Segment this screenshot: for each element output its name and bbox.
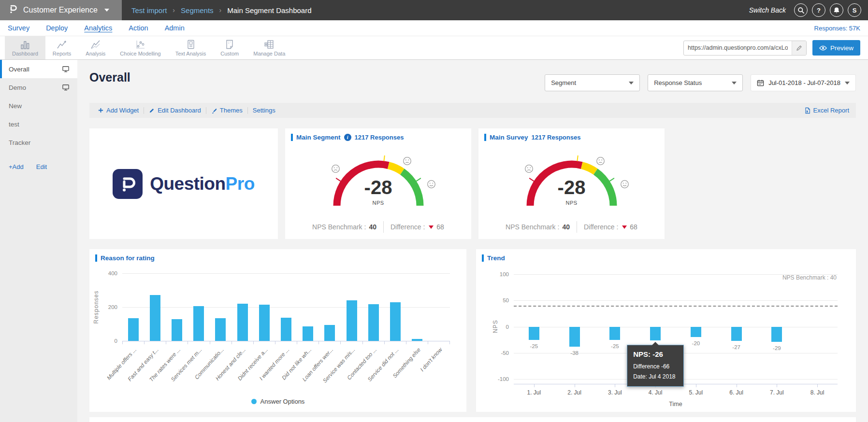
sidebar-item-test[interactable]: test <box>0 115 77 133</box>
nav-item-survey[interactable]: Survey <box>8 24 29 32</box>
axis-tick <box>275 341 297 344</box>
toolbar-right: Preview <box>683 36 868 59</box>
filters: Segment Response Status Jul-01-2018 - Ju… <box>545 74 856 91</box>
help-button[interactable]: ? <box>812 3 825 17</box>
legend-dot <box>251 399 257 404</box>
switch-back-link[interactable]: Switch Back <box>749 6 786 14</box>
x-axis-label: I don't know <box>420 347 444 372</box>
product-name: Customer Experience <box>23 6 98 14</box>
axis-tick <box>319 341 341 344</box>
add-widget-button[interactable]: Add Widget <box>93 107 144 114</box>
excel-report-button[interactable]: Excel Report <box>804 107 852 114</box>
product-switcher[interactable]: Customer Experience <box>0 0 122 20</box>
reason-bar[interactable] <box>237 304 248 341</box>
dashboard-url-input[interactable] <box>684 44 792 51</box>
widget-header: Reason for rating <box>89 249 466 267</box>
accent-bar <box>291 134 293 141</box>
response-status-select[interactable]: Response Status <box>648 74 743 91</box>
tooltip-arrow-icon <box>652 342 659 345</box>
nps-label: NPS <box>519 200 625 206</box>
nav-item-deploy[interactable]: Deploy <box>46 24 68 32</box>
edit-dashboard-button[interactable]: Edit Dashboard <box>144 107 206 114</box>
axis-tick <box>254 341 275 344</box>
toolbar-item-text-analysis[interactable]: Text Analysis <box>168 36 214 59</box>
sad-face-icon <box>524 164 534 175</box>
trend-bar[interactable] <box>650 327 661 340</box>
trend-bar[interactable] <box>771 327 782 342</box>
sidebar-item-new[interactable]: New <box>0 97 77 115</box>
breadcrumb-item[interactable]: Test import <box>131 6 167 14</box>
nps-gauge: -28 NPS <box>519 152 625 210</box>
reason-bar[interactable] <box>390 302 401 341</box>
reason-bar[interactable] <box>347 300 357 341</box>
reason-bar[interactable] <box>259 305 270 341</box>
trend-plot: NPS 100 50 0 -50 -100 NPS Benchmark : 40 <box>514 274 838 379</box>
benchmark-line <box>514 306 838 307</box>
difference-value: 68 <box>630 223 637 231</box>
sidebar-item-demo[interactable]: Demo <box>0 78 77 97</box>
reason-bar[interactable] <box>193 306 204 341</box>
toolbar-item-label: Reports <box>53 51 72 56</box>
reason-bar[interactable] <box>303 326 313 341</box>
search-button[interactable] <box>794 3 808 17</box>
reason-bar[interactable] <box>324 325 335 341</box>
info-glyph: i <box>347 135 348 140</box>
reason-bar[interactable] <box>172 319 182 341</box>
axis-tick <box>406 341 428 344</box>
preview-button[interactable]: Preview <box>812 40 860 56</box>
toolbar-item-reports[interactable]: Reports <box>45 36 79 59</box>
axis-tick <box>797 384 838 387</box>
trend-bar[interactable] <box>609 327 620 340</box>
sidebar-item-overall[interactable]: Overall <box>0 60 77 78</box>
settings-button[interactable]: Settings <box>248 107 280 114</box>
benchmark-value: 40 <box>369 223 376 231</box>
nav-item-action[interactable]: Action <box>129 24 148 32</box>
trend-bar[interactable] <box>529 327 539 340</box>
reason-bar[interactable] <box>150 295 160 341</box>
reason-bar[interactable] <box>215 318 226 341</box>
reports-icon <box>56 39 68 50</box>
breadcrumb-item[interactable]: Segments <box>181 6 214 14</box>
text-analysis-icon <box>185 39 197 50</box>
trend-bar[interactable] <box>691 327 701 338</box>
toolbar-item-choice-modelling[interactable]: Choice Modelling <box>113 36 168 59</box>
themes-button[interactable]: Themes <box>206 107 247 114</box>
avatar[interactable]: S <box>848 3 861 17</box>
reason-x-labels: Multiple offers ...Fast and easy t...The… <box>122 347 450 405</box>
y-axis-tick-label: 0 <box>115 338 117 344</box>
info-icon[interactable]: i <box>344 134 351 141</box>
bar-slot <box>122 273 144 341</box>
bar-slot <box>231 273 253 341</box>
reason-plot-bars <box>122 273 450 341</box>
edit-dashboards-link[interactable]: Edit <box>36 163 47 170</box>
reason-bar[interactable] <box>281 318 291 341</box>
sidebar-item-tracker[interactable]: Tracker <box>0 133 77 152</box>
toolbar-item-dashboard[interactable]: Dashboard <box>5 36 45 59</box>
toolbar-item-manage-data[interactable]: Manage Data <box>246 36 292 59</box>
edit-url-button[interactable] <box>792 41 806 55</box>
nav-item-admin[interactable]: Admin <box>165 24 185 32</box>
chart-legend: Answer Options <box>89 398 466 405</box>
trend-bar[interactable] <box>731 327 742 341</box>
y-axis-tick-label: -50 <box>501 350 509 356</box>
date-range-picker[interactable]: Jul-01-2018 - Jul-07-2018 <box>751 74 856 91</box>
nav-item-analytics[interactable]: Analytics <box>84 24 112 32</box>
axis-tick <box>385 341 406 344</box>
responses-count[interactable]: Responses: 57K <box>814 25 860 32</box>
segment-select[interactable]: Segment <box>545 74 640 91</box>
reason-bar[interactable] <box>128 318 139 341</box>
y-axis-tick-label: 0 <box>506 324 509 330</box>
reason-chart-plot: Responses 400 200 0 Multiple offers ...F… <box>122 273 450 341</box>
y-axis-tick-label: 100 <box>500 271 509 277</box>
add-dashboard-link[interactable]: +Add <box>9 163 24 170</box>
bar-value-label: -29 <box>773 345 781 351</box>
gridline <box>514 327 838 327</box>
bar-slot <box>362 273 384 341</box>
toolbar-item-custom[interactable]: Custom <box>213 36 246 59</box>
reason-bar[interactable] <box>368 304 379 341</box>
trend-bar[interactable] <box>569 327 580 347</box>
notifications-button[interactable] <box>830 3 843 17</box>
toolbar-item-analysis[interactable]: Analysis <box>78 36 113 59</box>
avatar-letter: S <box>853 7 857 14</box>
nps-value: -28 <box>325 177 432 198</box>
